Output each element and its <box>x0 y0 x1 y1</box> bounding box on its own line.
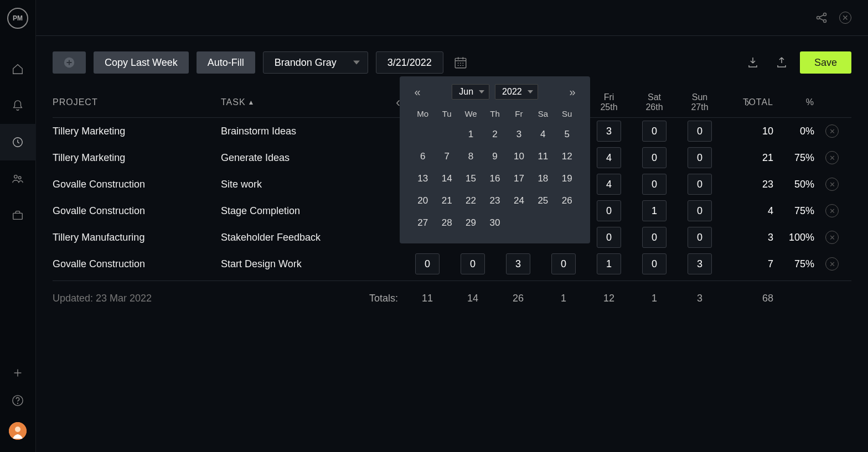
svg-point-9 <box>824 13 826 16</box>
cal-day[interactable]: 3 <box>507 124 531 145</box>
row-percent: 75% <box>776 205 814 217</box>
cal-day[interactable]: 2 <box>483 124 507 145</box>
cal-day[interactable]: 18 <box>531 168 555 189</box>
row-total: 21 <box>724 152 773 164</box>
cal-day[interactable]: 14 <box>435 168 458 189</box>
save-button[interactable]: Save <box>800 51 851 74</box>
cal-day[interactable]: 6 <box>411 146 435 167</box>
row-delete-icon[interactable]: ✕ <box>825 151 839 164</box>
briefcase-icon[interactable] <box>0 197 36 233</box>
row-total: 3 <box>724 232 773 243</box>
export-icon[interactable] <box>771 52 792 73</box>
hours-input[interactable] <box>642 253 666 274</box>
row-percent: 75% <box>776 152 814 164</box>
close-icon[interactable]: ✕ <box>839 12 851 24</box>
cal-day[interactable]: 28 <box>435 212 458 233</box>
cal-day[interactable]: 13 <box>411 168 435 189</box>
row-delete-icon[interactable]: ✕ <box>825 124 839 138</box>
hours-input[interactable] <box>642 227 666 248</box>
cal-day[interactable]: 24 <box>507 190 531 211</box>
hours-input[interactable] <box>597 253 621 274</box>
cal-day[interactable]: 20 <box>411 190 435 211</box>
next-week-button[interactable]: › <box>746 95 750 110</box>
row-delete-icon[interactable]: ✕ <box>825 178 839 191</box>
year-select[interactable]: 2022 <box>495 84 538 100</box>
people-icon[interactable] <box>0 160 36 197</box>
hours-input[interactable] <box>597 147 621 168</box>
hours-input[interactable] <box>688 147 712 168</box>
hours-input[interactable] <box>551 253 576 274</box>
cal-day[interactable]: 30 <box>483 212 507 233</box>
cal-day[interactable]: 10 <box>507 146 531 167</box>
cal-day[interactable]: 9 <box>483 146 507 167</box>
help-icon[interactable] <box>0 394 36 407</box>
cal-day[interactable]: 5 <box>555 124 579 145</box>
hours-input[interactable] <box>688 227 712 248</box>
svg-point-10 <box>824 20 826 23</box>
cal-day[interactable]: 4 <box>531 124 555 145</box>
cal-day[interactable]: 8 <box>459 146 483 167</box>
project-cell: Govalle Construction <box>53 258 219 270</box>
row-delete-icon[interactable]: ✕ <box>825 257 839 271</box>
cal-day[interactable]: 1 <box>459 124 483 145</box>
cal-dow: Tu <box>435 105 458 123</box>
cal-day[interactable]: 15 <box>459 168 483 189</box>
auto-fill-button[interactable]: Auto-Fill <box>197 51 255 74</box>
user-select[interactable]: Brandon Gray <box>263 51 368 74</box>
hours-input[interactable] <box>506 253 530 274</box>
cal-day[interactable]: 16 <box>483 168 507 189</box>
day-fri: Fri25th <box>587 92 631 112</box>
plus-icon[interactable] <box>0 367 36 379</box>
user-avatar[interactable] <box>9 422 27 440</box>
cal-day[interactable]: 29 <box>459 212 483 233</box>
hours-input[interactable] <box>415 253 440 274</box>
download-icon[interactable] <box>742 52 763 73</box>
cal-day[interactable]: 26 <box>555 190 579 211</box>
cal-day[interactable]: 19 <box>555 168 579 189</box>
cal-day[interactable]: 23 <box>483 190 507 211</box>
hours-input[interactable] <box>597 121 621 142</box>
row-delete-icon[interactable]: ✕ <box>825 231 839 244</box>
cal-day[interactable]: 7 <box>435 146 458 167</box>
hours-input[interactable] <box>642 147 666 168</box>
hours-input[interactable] <box>597 200 621 221</box>
hours-input[interactable] <box>688 200 712 221</box>
add-row-button[interactable] <box>53 51 86 74</box>
calendar-icon[interactable] <box>451 53 470 72</box>
row-total: 4 <box>724 205 773 217</box>
cal-day[interactable]: 12 <box>555 146 579 167</box>
bell-icon[interactable] <box>0 87 36 124</box>
cal-day[interactable]: 11 <box>531 146 555 167</box>
hours-input[interactable] <box>642 200 666 221</box>
hours-input[interactable] <box>461 253 485 274</box>
clock-icon[interactable] <box>0 124 36 160</box>
cal-prev-icon[interactable]: « <box>411 86 424 98</box>
hours-input[interactable] <box>597 227 621 248</box>
cal-day[interactable]: 22 <box>459 190 483 211</box>
hours-input[interactable] <box>642 174 666 195</box>
updated-text: Updated: 23 Mar 2022 <box>53 293 219 304</box>
cal-day[interactable]: 25 <box>531 190 555 211</box>
date-input[interactable]: 3/21/2022 <box>376 51 443 74</box>
hours-input[interactable] <box>688 121 712 142</box>
col-task[interactable]: TASK▲ <box>221 97 404 107</box>
task-cell: Brainstorm Ideas <box>221 126 404 137</box>
copy-last-week-button[interactable]: Copy Last Week <box>94 51 189 74</box>
col-project: PROJECT <box>53 97 219 107</box>
hours-input[interactable] <box>597 174 621 195</box>
cal-next-icon[interactable]: » <box>566 86 579 98</box>
cal-day[interactable]: 21 <box>435 190 458 211</box>
cal-day[interactable]: 17 <box>507 168 531 189</box>
hours-input[interactable] <box>688 253 712 274</box>
hours-input[interactable] <box>642 121 666 142</box>
share-icon[interactable] <box>815 11 828 24</box>
project-cell: Tillery Manufacturing <box>53 232 219 243</box>
row-delete-icon[interactable]: ✕ <box>825 204 839 217</box>
hours-input[interactable] <box>688 174 712 195</box>
home-icon[interactable] <box>0 51 36 87</box>
table-row: Govalle ConstructionStart Design Work775… <box>53 251 851 277</box>
cal-day[interactable]: 27 <box>411 212 435 233</box>
cal-dow: Mo <box>411 105 435 123</box>
month-select[interactable]: Jun <box>452 84 489 100</box>
row-total: 7 <box>724 258 773 270</box>
